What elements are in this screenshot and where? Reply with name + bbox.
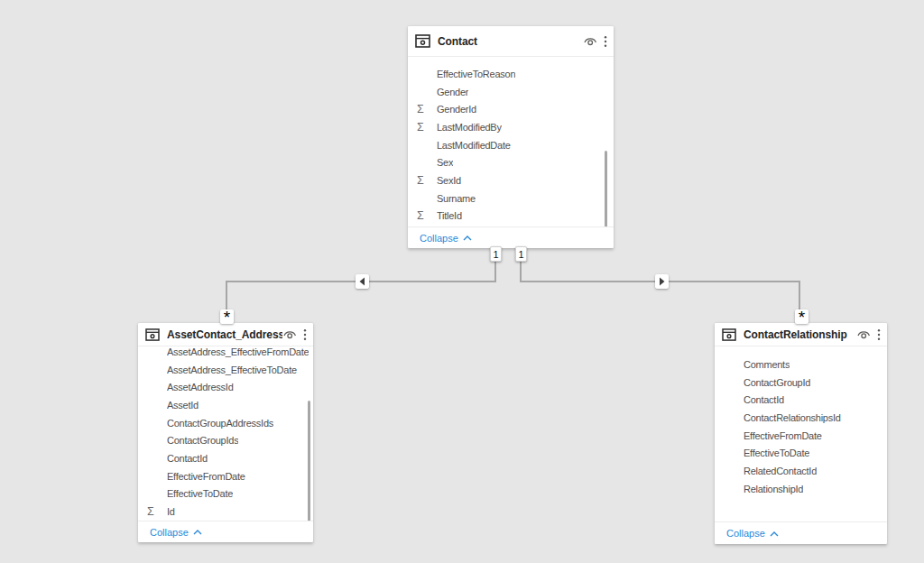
visibility-eye-icon[interactable] xyxy=(856,329,871,340)
field-row[interactable]: AssetAddress_EffectiveFromDate xyxy=(138,346,313,361)
table-card-contactrelationship-header[interactable]: ContactRelationship xyxy=(715,323,887,346)
card-footer: Collapse xyxy=(715,521,887,544)
card-footer: Collapse xyxy=(408,226,614,248)
field-name: EffectiveToDate xyxy=(167,488,233,499)
table-icon xyxy=(722,328,736,341)
field-row[interactable]: ContactId xyxy=(715,391,887,409)
collapse-link[interactable]: Collapse xyxy=(150,527,189,538)
field-row[interactable]: EffectiveToReason xyxy=(408,65,614,83)
field-row[interactable]: ΣLastModifiedBy xyxy=(408,118,614,136)
field-row[interactable]: AssetId xyxy=(138,396,313,414)
field-name: RelatedContactId xyxy=(744,466,817,476)
field-row[interactable]: ContactGroupIds xyxy=(138,431,313,449)
field-row[interactable]: ΣTitleId xyxy=(408,208,614,226)
field-row[interactable]: RelationshipId xyxy=(715,480,887,498)
field-name: AssetId xyxy=(167,400,199,411)
field-name: LastModifiedBy xyxy=(437,122,502,133)
field-row[interactable]: ContactRelationshipsId xyxy=(715,409,887,427)
field-name: AssetAddressId xyxy=(167,382,234,392)
field-list-scrollbar[interactable] xyxy=(605,151,607,226)
field-name: ContactGroupId xyxy=(744,377,810,388)
chevron-up-icon[interactable] xyxy=(463,235,472,241)
cardinality-one-badge[interactable]: 1 xyxy=(490,246,502,262)
collapse-link[interactable]: Collapse xyxy=(726,528,765,539)
field-name: RelationshipId xyxy=(744,484,803,494)
visibility-eye-icon[interactable] xyxy=(583,36,597,47)
field-row[interactable]: AssetAddressId xyxy=(138,378,313,396)
field-list: EffectiveToReason Gender ΣGenderId ΣLast… xyxy=(408,57,614,226)
field-name: EffectiveFromDate xyxy=(167,471,245,482)
cardinality-many-badge[interactable]: * xyxy=(795,309,808,324)
sum-icon: Σ xyxy=(417,175,437,187)
cardinality-many-badge[interactable]: * xyxy=(220,309,234,324)
field-name: Gender xyxy=(437,87,468,97)
table-card-contact-header[interactable]: Contact xyxy=(408,26,614,57)
card-footer: Collapse xyxy=(138,521,313,542)
collapse-link[interactable]: Collapse xyxy=(420,233,458,244)
more-options-icon[interactable] xyxy=(604,35,607,48)
model-view-canvas[interactable]: Contact EffectiveToReason xyxy=(0,0,924,563)
field-row[interactable]: AssetAddress_EffectiveToDate xyxy=(138,361,313,379)
field-name: EffectiveToDate xyxy=(744,448,809,458)
table-icon xyxy=(145,328,160,341)
field-name: ContactGroupAddressIds xyxy=(167,418,273,429)
table-icon xyxy=(415,34,430,48)
field-row[interactable]: LastModifiedDate xyxy=(408,136,614,154)
field-row[interactable]: EffectiveFromDate xyxy=(715,427,887,445)
more-options-icon[interactable] xyxy=(877,328,881,341)
field-row[interactable]: EffectiveToDate xyxy=(715,444,887,462)
field-name: LastModifiedDate xyxy=(437,140,511,151)
field-row[interactable]: ΣGenderId xyxy=(408,100,614,118)
field-name: ContactId xyxy=(744,394,784,405)
field-name: Comments xyxy=(744,359,790,370)
chevron-up-icon[interactable] xyxy=(770,531,779,537)
field-row[interactable]: ΣSexId xyxy=(408,171,614,189)
field-name: EffectiveFromDate xyxy=(744,430,822,441)
field-row[interactable]: Sex xyxy=(408,153,614,171)
field-name: AssetAddress_EffectiveFromDate xyxy=(167,346,309,357)
field-name: EffectiveToReason xyxy=(437,69,515,79)
field-row[interactable]: ContactGroupId xyxy=(715,374,887,392)
table-card-assetcontact-address-header[interactable]: AssetContact_Address xyxy=(138,323,313,346)
table-card-contactrelationship[interactable]: ContactRelationship Comme xyxy=(715,323,887,544)
field-row[interactable]: Comments xyxy=(715,355,887,374)
field-name: Id xyxy=(167,506,175,517)
cross-filter-arrow-left-icon[interactable] xyxy=(356,274,369,289)
table-title: ContactRelationship xyxy=(744,328,856,341)
field-name: GenderId xyxy=(437,104,476,115)
field-row[interactable]: ΣId xyxy=(138,503,313,521)
sum-icon: Σ xyxy=(417,122,437,134)
field-row[interactable]: ContactGroupAddressIds xyxy=(138,414,313,432)
field-row[interactable]: Gender xyxy=(408,83,614,101)
field-row[interactable]: EffectiveFromDate xyxy=(138,467,313,485)
more-options-icon[interactable] xyxy=(303,328,307,341)
field-list-scrollbar[interactable] xyxy=(308,401,310,521)
sum-icon: Σ xyxy=(417,104,437,115)
field-name: TitleId xyxy=(437,210,462,221)
field-row[interactable]: Surname xyxy=(408,189,614,208)
field-list: Comments ContactGroupId ContactId Contac… xyxy=(715,346,887,521)
field-row[interactable]: EffectiveToDate xyxy=(138,485,313,503)
field-row[interactable]: ContactId xyxy=(138,449,313,467)
field-list: AssetAddress_EffectiveFromDate AssetAddr… xyxy=(138,346,313,521)
table-card-contact[interactable]: Contact EffectiveToReason xyxy=(408,26,614,248)
visibility-eye-icon[interactable] xyxy=(282,329,297,340)
field-name: SexId xyxy=(437,175,461,186)
table-card-assetcontact-address[interactable]: AssetContact_Address Asse xyxy=(138,323,313,542)
chevron-up-icon[interactable] xyxy=(193,530,202,535)
cross-filter-arrow-right-icon[interactable] xyxy=(655,274,669,289)
field-row[interactable]: RelatedContactId xyxy=(715,462,887,480)
sum-icon: Σ xyxy=(147,506,167,518)
cardinality-one-badge[interactable]: 1 xyxy=(515,246,527,262)
field-name: ContactRelationshipsId xyxy=(744,412,841,423)
field-name: AssetAddress_EffectiveToDate xyxy=(167,365,297,375)
field-name: ContactId xyxy=(167,453,208,464)
field-name: Sex xyxy=(437,157,453,168)
table-title: AssetContact_Address xyxy=(167,328,282,341)
field-name: ContactGroupIds xyxy=(167,435,238,446)
table-title: Contact xyxy=(438,35,583,48)
field-name: Surname xyxy=(437,193,476,204)
sum-icon: Σ xyxy=(417,210,437,222)
